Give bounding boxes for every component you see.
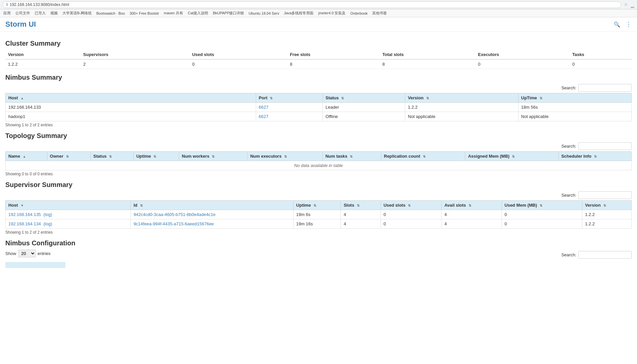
bookmark-item[interactable]: Bootswatch · Boo [95,11,126,16]
col-used-slots: Used slots [189,50,287,59]
sort-icon-mem: ⇅ [512,155,515,158]
sup-col-host[interactable]: Host ▼ [6,201,131,210]
supervisor-summary-title: Supervisor Summary [5,181,632,189]
sort-icon-sup-avail-slots: ⇅ [469,204,471,207]
filter-icon[interactable]: ⋮ [626,21,632,28]
cluster-free-slots: 8 [287,59,380,69]
sup-slots: 4 [341,219,381,229]
nimbus-port-link[interactable]: 6627 [259,105,268,110]
sup-col-used-slots[interactable]: Used slots ⇅ [381,201,442,210]
bookmark-item[interactable]: Java多线程常用面 [282,10,315,16]
sup-uptime: 19m 16s [293,219,341,229]
sup-col-id[interactable]: Id ⇅ [131,201,293,210]
entries-label: entries [38,251,51,256]
sort-icon-sup-used-slots: ⇅ [408,204,411,207]
sort-icon-status: ⇅ [341,96,344,100]
bookmark-item[interactable]: Ubuntu 18.04 Serv [247,11,280,16]
sup-col-uptime[interactable]: Uptime ⇅ [293,201,341,210]
topology-no-data-row: No data available in table [6,161,632,170]
topo-col-replication[interactable]: Replication count ⇅ [381,152,465,161]
sort-icon-name: ▲ [23,155,26,158]
topo-col-owner[interactable]: Owner ⇅ [47,152,90,161]
url-bar[interactable]: ℹ 192.168.164.133:8080/index.html [3,1,621,8]
sort-icon-scheduler: ⇅ [594,155,597,158]
nimbus-uptime: Not applicable [518,112,631,121]
supervisor-search-row: Search: [5,191,632,199]
nimbus-config-search-input[interactable] [578,251,632,259]
sup-col-avail-slots[interactable]: Avail slots ⇅ [442,201,502,210]
cluster-supervisors: 2 [81,59,190,69]
star-icon[interactable]: ☆ [624,2,628,7]
bookmark-item[interactable]: 其他书签 [371,10,388,16]
nimbus-port-link[interactable]: 6627 [259,114,268,119]
sup-used-mem: 0 [502,219,582,229]
sort-icon-uptime: ⇅ [540,96,542,100]
supervisor-search-input[interactable] [578,191,632,199]
header-search-icon[interactable]: 🔍 [614,21,620,28]
sup-col-slots[interactable]: Slots ⇅ [341,201,381,210]
nimbus-col-port[interactable]: Port ⇅ [256,93,323,103]
sup-id-link[interactable]: 942c4cd0-3caa-4605-b751-8b0e4ade4c1e [133,212,215,217]
bookmark-item[interactable]: 已导入 [33,10,47,16]
topology-summary-title: Topology Summary [5,132,632,140]
cluster-summary-title: Cluster Summary [5,40,632,47]
bookmark-item[interactable]: 300+ Free Bootstr [128,11,160,16]
sort-icon-owner: ⇅ [66,155,69,158]
topology-search-input[interactable] [578,142,632,150]
nimbus-search-input[interactable] [578,84,632,92]
cluster-used-slots: 0 [189,59,287,69]
sort-icon-replication: ⇅ [423,155,426,158]
bookmark-item[interactable]: Cat接入说明 [186,10,209,16]
nimbus-version: Not applicable [405,112,518,121]
sup-log-link[interactable]: (log) [43,221,52,226]
sup-host-link[interactable]: 192.168.164.135 [8,212,41,217]
topo-col-scheduler-info[interactable]: Scheduler Info ⇅ [558,152,631,161]
bookmark-item[interactable]: Orderbook [349,11,369,16]
topo-col-num-tasks[interactable]: Num tasks ⇅ [323,152,381,161]
supervisor-entries-info: Showing 1 to 2 of 2 entries [5,230,632,235]
sup-used-mem: 0 [502,210,582,219]
nimbus-col-uptime[interactable]: UpTime ⇅ [518,93,631,103]
topology-summary-table: Name ▲ Owner ⇅ Status ⇅ Uptime ⇅ Num wor… [5,151,632,170]
topo-col-status[interactable]: Status ⇅ [90,152,133,161]
topo-col-uptime[interactable]: Uptime ⇅ [133,152,179,161]
bookmark-item[interactable]: 视频 [49,10,59,16]
bookmark-item[interactable]: 应用 [2,10,12,16]
bookmark-item[interactable]: 大学英语B-网络统 [61,10,93,16]
nimbus-col-status[interactable]: Status ⇅ [323,93,405,103]
col-free-slots: Free slots [287,50,380,59]
col-supervisors: Supervisors [81,50,190,59]
topo-col-num-executors[interactable]: Num executors ⇅ [247,152,323,161]
bookmark-item[interactable]: jmeter4.0 安装及 [317,10,347,16]
sup-used-slots: 0 [381,210,442,219]
nimbus-summary-table: Host ▲ Port ⇅ Status ⇅ Version ⇅ UpTime … [5,93,632,121]
col-tasks: Tasks [570,50,632,59]
show-entries-select[interactable]: 10 20 50 100 [18,250,36,257]
topo-col-name[interactable]: Name ▲ [6,152,47,161]
sup-col-used-mem[interactable]: Used Mem (MB) ⇅ [502,201,582,210]
sup-id-link[interactable]: 9c14feea-994f-4435-a715-6aeed15676ee [133,221,214,226]
supervisor-row: 192.168.164.135 (log) 942c4cd0-3caa-4605… [6,210,632,219]
cluster-tasks: 0 [570,59,632,69]
nimbus-col-host[interactable]: Host ▲ [6,93,256,103]
nav-icon[interactable]: ⎯ [631,1,634,8]
app-title: Storm UI [5,20,36,29]
bookmark-item[interactable]: maven 共有 [162,10,184,16]
main-content: Cluster Summary Version Supervisors Used… [0,32,637,271]
sup-log-link[interactable]: (log) [43,212,52,217]
nimbus-host: hadoop1 [6,112,256,121]
sup-avail-slots: 4 [442,210,502,219]
bookmark-item[interactable]: 公司文件 [14,10,31,16]
url-text: 192.168.164.133:8080/index.html [10,2,69,7]
sort-icon-sup-mem: ⇅ [540,204,542,207]
topo-col-assigned-mem[interactable]: Assigned Mem (MB) ⇅ [465,152,558,161]
sup-col-version[interactable]: Version ⇅ [582,201,632,210]
nimbus-col-version[interactable]: Version ⇅ [405,93,518,103]
cluster-summary-table: Version Supervisors Used slots Free slot… [5,50,632,69]
sort-icon-tstatus: ⇅ [109,155,112,158]
nimbus-uptime: 18m 56s [518,103,631,112]
sup-host-link[interactable]: 192.168.164.134 [8,221,41,226]
bookmark-item[interactable]: BkUPAPP接口详细 [211,10,245,16]
config-table-placeholder [5,262,65,268]
topo-col-num-workers[interactable]: Num workers ⇅ [179,152,247,161]
